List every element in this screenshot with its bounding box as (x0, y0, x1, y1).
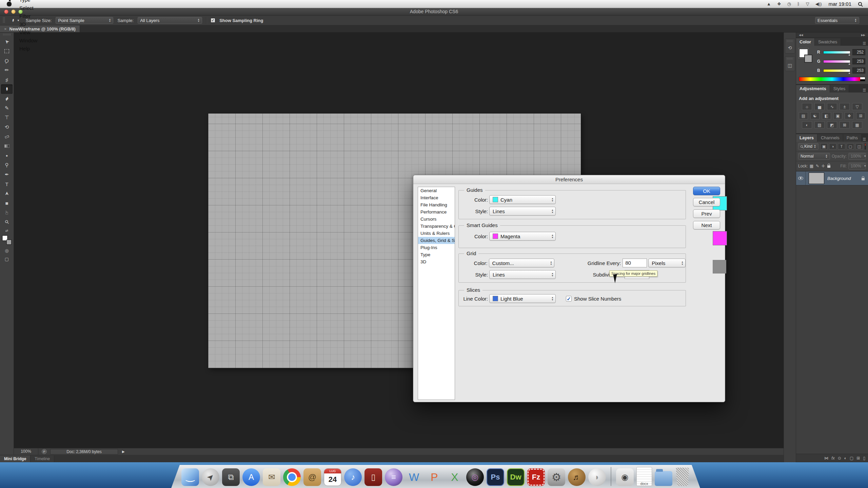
dock-photos[interactable]: ◉ (616, 468, 634, 486)
smart-guides-color-swatch[interactable] (713, 231, 727, 245)
clone-stamp-tool[interactable]: ⊤ (1, 113, 13, 122)
layer-group-icon[interactable]: ▢ (850, 456, 853, 461)
eraser-tool[interactable]: ▭ (1, 132, 13, 141)
invert-icon[interactable]: ◐ (802, 121, 812, 128)
blur-tool[interactable]: ● (1, 151, 13, 160)
filter-smartobject-icon[interactable]: ◫ (855, 143, 863, 149)
layer-thumbnail[interactable] (809, 172, 824, 184)
delete-layer-icon[interactable]: ▯ (863, 456, 865, 461)
pref-category-transparency-gamut[interactable]: Transparency & Gamut (418, 223, 455, 230)
history-brush-tool[interactable]: ⟲ (1, 122, 13, 132)
lock-move-icon[interactable]: ✛ (822, 164, 825, 168)
marquee-tool[interactable] (1, 46, 13, 56)
dock-word[interactable]: W (405, 468, 423, 486)
dock-photo-booth[interactable]: ▯ (364, 468, 382, 486)
dock-aperture[interactable]: ◎ (466, 468, 484, 486)
pref-category-file-handling[interactable]: File Handling (418, 201, 455, 208)
pref-category-performance[interactable]: Performance (418, 208, 455, 216)
lock-all-icon[interactable] (827, 165, 830, 168)
screen-mode-button[interactable]: ▢ (5, 257, 9, 262)
dodge-tool[interactable]: ⚲ (1, 160, 13, 170)
menu-select[interactable]: Select (15, 4, 50, 12)
exposure-icon[interactable]: ± (840, 103, 850, 110)
shape-tool[interactable]: ■ (1, 198, 13, 208)
filter-type-icon[interactable]: T (838, 143, 845, 149)
panel-menu-icon[interactable]: ☰ (863, 41, 868, 46)
filter-toggle-switch[interactable] (865, 143, 866, 149)
next-button[interactable]: Next (693, 221, 720, 229)
dock-trash[interactable] (675, 468, 690, 486)
color-spectrum-ramp[interactable] (799, 77, 865, 81)
hand-tool[interactable]: ☞ (1, 208, 13, 217)
menu-filter[interactable]: Filter (15, 12, 50, 20)
collapse-right-icon[interactable]: ▶▶ (861, 34, 865, 37)
tab-styles[interactable]: Styles (830, 85, 849, 93)
tab-swatches[interactable]: Swatches (815, 38, 841, 46)
dock-eclipse[interactable]: ≡ (385, 468, 402, 486)
tab-timeline[interactable]: Timeline (31, 455, 54, 462)
channel-slider[interactable]: ▲ (823, 60, 850, 63)
color-swatches[interactable] (2, 235, 12, 245)
history-panel-icon[interactable]: ⟲ (785, 39, 795, 54)
filter-shape-icon[interactable]: ▢ (847, 143, 854, 149)
dock-system-preferences[interactable]: ⚙ (548, 468, 565, 486)
channel-value[interactable]: 252 (852, 49, 865, 55)
fg-bg-swatches[interactable] (799, 48, 814, 65)
apple-menu-icon[interactable] (7, 2, 12, 6)
dock-chrome[interactable] (283, 468, 301, 486)
pen-tool[interactable]: ✒ (1, 170, 13, 179)
link-layers-icon[interactable]: ⋈ (824, 456, 828, 461)
channel-slider[interactable]: ▲ (823, 69, 850, 72)
layer-style-icon[interactable]: fx (831, 456, 834, 461)
panel-menu-icon[interactable]: ☰ (863, 88, 868, 93)
path-selection-tool[interactable]: ➤ (1, 189, 13, 198)
gradient-tool[interactable] (1, 141, 13, 151)
move-tool[interactable]: ➤ (1, 37, 13, 46)
tab-adjustments[interactable]: Adjustments (796, 85, 830, 93)
brightness-contrast-icon[interactable]: ☼ (802, 103, 812, 110)
properties-panel-icon[interactable]: ◫ (785, 56, 795, 71)
pref-category-guides-grid-slices[interactable]: Guides, Grid & Slices (418, 237, 455, 244)
grid-color-select[interactable]: Custom... ▲▼ (489, 259, 554, 267)
lock-transparent-icon[interactable]: ▦ (810, 164, 813, 168)
guides-color-select[interactable]: Cyan ▲▼ (489, 195, 556, 204)
pref-category-interface[interactable]: Interface (418, 194, 455, 201)
fill-select[interactable]: 100% ▼ (848, 163, 866, 169)
menu-3d[interactable]: 3D (15, 20, 50, 28)
window-titlebar[interactable]: Adobe Photoshop CS6 (0, 8, 868, 16)
menu-help[interactable]: Help (15, 45, 50, 53)
slider-handle-icon[interactable]: ▲ (848, 53, 851, 56)
layer-mask-icon[interactable]: ⊙ (838, 456, 841, 461)
dialog-title[interactable]: Preferences (413, 175, 725, 184)
new-layer-icon[interactable]: ⊞ (856, 456, 860, 461)
hue-saturation-icon[interactable]: ▤ (799, 112, 808, 119)
channel-mixer-icon[interactable]: ❖ (845, 112, 854, 119)
smart-guides-color-select[interactable]: Magenta ▲▼ (489, 232, 556, 241)
channel-value[interactable]: 253 (852, 67, 865, 74)
brush-tool[interactable]: ✎ (1, 103, 13, 113)
filter-kind-select[interactable]: Kind ▲▼ (798, 143, 818, 150)
tab-color[interactable]: Color (796, 38, 815, 46)
new-adjustment-icon[interactable]: ◐ (844, 456, 847, 461)
eyedropper-tool[interactable]: ✒ (1, 84, 13, 94)
dock-mission-control[interactable]: ⧉ (222, 468, 240, 486)
quick-mask-button[interactable]: ◎ (5, 248, 8, 253)
volume-icon[interactable]: ◀)) (815, 1, 822, 6)
grid-color-swatch[interactable] (713, 260, 726, 273)
doc-size-info[interactable]: Doc: 2,36M/0 bytes (50, 449, 118, 454)
dock-dreamweaver[interactable]: Dw (507, 468, 525, 486)
tab-mini-bridge[interactable]: Mini Bridge (0, 455, 31, 462)
crop-tool[interactable]: ♯ (1, 75, 13, 84)
bluetooth-icon[interactable]: ᛒ (797, 1, 800, 6)
prev-button[interactable]: Prev (693, 209, 720, 218)
collapse-left-icon[interactable]: ◀◀ (799, 34, 803, 37)
pref-category-units-rulers[interactable]: Units & Rulers (418, 230, 455, 237)
channel-value[interactable]: 253 (852, 58, 865, 64)
close-window-button[interactable] (4, 9, 8, 14)
lock-paint-icon[interactable]: ✎ (816, 164, 819, 168)
gdrive-icon[interactable]: ▲ (767, 1, 771, 6)
color-lookup-icon[interactable]: ⊞ (856, 112, 865, 119)
wifi-icon[interactable]: ▽ (806, 1, 809, 6)
dock-downloads[interactable] (655, 471, 672, 486)
tab-channels[interactable]: Channels (817, 134, 843, 142)
